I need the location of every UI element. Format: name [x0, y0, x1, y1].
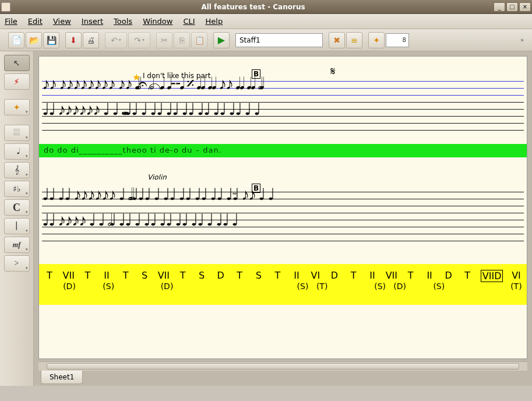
- bookmark-star-icon[interactable]: ★: [132, 72, 140, 83]
- menu-view[interactable]: View: [53, 17, 71, 26]
- note-tool[interactable]: 𝅘𝅥▾: [4, 143, 30, 160]
- side-toolbar: ↖ ⚡ ✦▾ 𝄚▾ 𝅘𝅥▾ 𝄞▾ ♯♭▾ C▾ 𝄀▾ mf▾ >▾: [0, 51, 34, 386]
- new-button[interactable]: 📄: [8, 32, 24, 48]
- print-button[interactable]: 🖨: [83, 32, 99, 48]
- save-button[interactable]: 💾: [43, 32, 59, 48]
- open-button[interactable]: 📂: [26, 32, 42, 48]
- voice-number-spinner[interactable]: [386, 33, 409, 47]
- new-voice-button[interactable]: ✦: [368, 32, 385, 48]
- barline-tool[interactable]: 𝄀▾: [4, 218, 30, 234]
- voice-props-button[interactable]: ≡: [346, 32, 362, 48]
- accidental-tool[interactable]: ♯♭▾: [4, 181, 30, 197]
- dynamic-tool[interactable]: mf▾: [4, 237, 30, 253]
- function-row-main: TVIITIITSVIITSDTSTIIVIDTIIVIITIIDTVIIDVI: [44, 270, 522, 282]
- undo-button[interactable]: ↶▾: [105, 32, 127, 48]
- function-row-sub: (D)(S)(D)(S)(T)(S)(D)(S)(T): [44, 282, 522, 291]
- clef-tool[interactable]: 𝄞▾: [4, 162, 30, 178]
- menu-help[interactable]: Help: [206, 17, 223, 26]
- score-canvas[interactable]: ♪♪ ♪♪♪♪♪♪♪♪ ♪♪ 𝅘𝅥 𝅗𝅥 𝄐 𝅗𝅥⌒♩ ♩╌♩ 𝄎 ♩♩ ♩♩ …: [38, 56, 527, 359]
- insert-context-button[interactable]: ✦▾: [4, 99, 30, 115]
- titlebar: All features test - Canorus _ □ ×: [0, 0, 532, 14]
- breath-mark-2[interactable]: B: [252, 184, 260, 193]
- minimize-button[interactable]: _: [494, 2, 505, 12]
- select-tool[interactable]: ↖: [4, 55, 30, 71]
- sheet-tabs: Sheet1: [38, 371, 527, 386]
- cut-button[interactable]: ✂: [156, 32, 172, 48]
- segno-mark[interactable]: 𝄋: [330, 65, 336, 78]
- app-icon: [1, 2, 10, 12]
- edit-tool[interactable]: ⚡: [4, 73, 30, 90]
- score-wrapper: ♪♪ ♪♪♪♪♪♪♪♪ ♪♪ 𝅘𝅥 𝅗𝅥 𝄐 𝅗𝅥⌒♩ ♩╌♩ 𝄎 ♩♩ ♩♩ …: [34, 51, 532, 386]
- toolbar-overflow[interactable]: »: [520, 37, 529, 43]
- breath-mark-1[interactable]: B: [252, 69, 260, 79]
- menubar: File Edit View Insert Tools Window CLI H…: [0, 14, 532, 29]
- copy-button[interactable]: ⎘: [174, 32, 190, 48]
- annotation-dont-like[interactable]: I don't like this part: [143, 72, 210, 80]
- scrollbar-thumb[interactable]: [47, 363, 519, 370]
- staff-name-input[interactable]: [235, 33, 323, 47]
- menu-tools[interactable]: Tools: [114, 17, 132, 26]
- main-toolbar: 📄 📂 💾 ⬇ 🖨 ↶▾ ↷▾ ✂ ⎘ 📋 ▶ ✖ ≡ ✦ »: [0, 29, 532, 51]
- annotation-violin[interactable]: Violin: [147, 173, 167, 181]
- hairpin-tool[interactable]: >▾: [4, 255, 30, 272]
- tab-sheet1[interactable]: Sheet1: [41, 371, 83, 384]
- menu-edit[interactable]: Edit: [28, 17, 43, 26]
- maximize-button[interactable]: □: [506, 2, 518, 12]
- window-title: All features test - Canorus: [14, 3, 492, 11]
- menu-cli[interactable]: CLI: [183, 17, 195, 26]
- trill-mark[interactable]: 𝆗: [232, 188, 237, 198]
- redo-button[interactable]: ↷▾: [128, 32, 150, 48]
- staff-tool[interactable]: 𝄚▾: [4, 125, 30, 141]
- paste-button[interactable]: 📋: [191, 32, 207, 48]
- menu-insert[interactable]: Insert: [82, 17, 103, 26]
- timesig-tool[interactable]: C▾: [4, 199, 30, 216]
- function-track[interactable]: TVIITIITSVIITSDTSTIIVIDTIIVIITIIDTVIIDVI…: [39, 264, 527, 305]
- lyrics-track[interactable]: do do di__________theoo ti de-o du – dan…: [39, 144, 527, 157]
- play-button[interactable]: ▶: [213, 32, 230, 48]
- menu-file[interactable]: File: [5, 17, 17, 26]
- export-pdf-button[interactable]: ⬇: [65, 32, 82, 48]
- menu-window[interactable]: Window: [143, 17, 172, 26]
- close-button[interactable]: ×: [519, 2, 531, 12]
- remove-voice-button[interactable]: ✖: [329, 32, 345, 48]
- horizontal-scrollbar[interactable]: [38, 361, 527, 371]
